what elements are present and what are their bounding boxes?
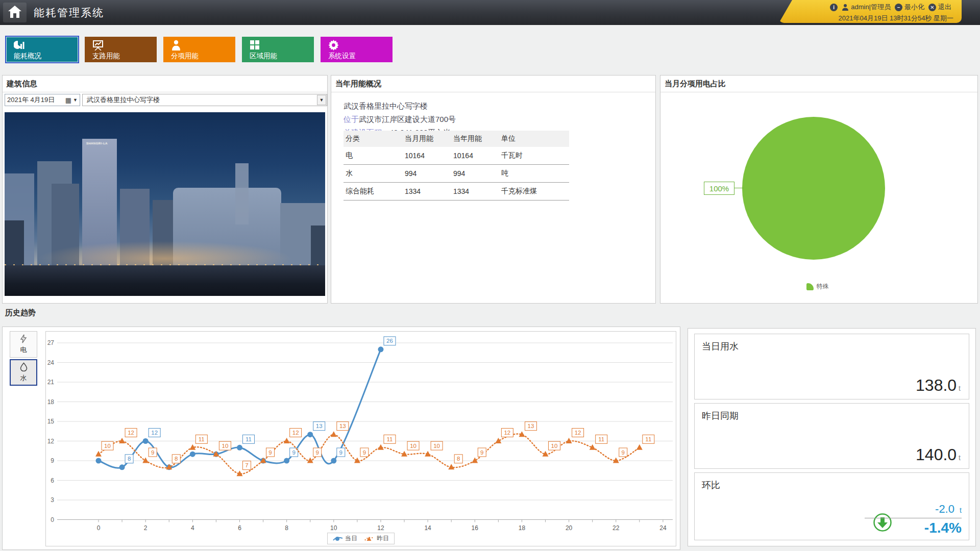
ratio-delta-value: -2.0 t — [865, 503, 962, 518]
building-info-panel: 建筑信息 2021年 4月19日 ▦ ▼ 武汉香格里拉中心写字楼 ▼ SHANG… — [2, 75, 328, 304]
svg-text:11: 11 — [645, 436, 651, 442]
svg-text:13: 13 — [339, 423, 346, 429]
yesterday-line-icon — [364, 536, 375, 542]
annual-energy-panel: 当年用能概况 武汉香格里拉中心写字楼 位于武汉市江岸区建设大道700号 总建设面… — [331, 75, 656, 304]
svg-text:12: 12 — [504, 430, 510, 436]
svg-text:10: 10 — [410, 443, 416, 449]
trend-chart-svg: 0369121518212427024681012141618202224812… — [46, 332, 676, 546]
toggle-electric[interactable]: 电 — [10, 331, 37, 358]
gear-icon — [328, 39, 393, 51]
tab-label: 区域用能 — [250, 52, 314, 61]
svg-text:4: 4 — [191, 524, 194, 532]
water-drop-icon — [20, 362, 28, 373]
svg-text:6: 6 — [51, 477, 54, 484]
table-row: 电10164 10164千瓦时 — [344, 147, 569, 165]
svg-text:10: 10 — [104, 443, 111, 449]
system-badge: i admin|管理员 – 最小化 ✕ 退出 2021年04月19日 13时31… — [779, 0, 962, 23]
yesterday-water-value: 140.0t — [916, 445, 961, 464]
svg-text:10: 10 — [551, 443, 558, 449]
building-select[interactable]: 武汉香格里拉中心写字楼 ▼ — [82, 94, 327, 106]
lightning-icon — [20, 334, 27, 345]
tab-system-settings[interactable]: 系统设置 — [321, 37, 393, 62]
svg-text:12: 12 — [151, 430, 158, 436]
svg-text:11: 11 — [246, 436, 252, 442]
tab-label: 能耗概况 — [14, 52, 78, 61]
svg-text:9: 9 — [268, 449, 272, 456]
chevron-down-icon: ▼ — [73, 97, 78, 103]
svg-text:18: 18 — [47, 398, 55, 406]
presentation-chart-icon — [92, 39, 157, 51]
logout-button[interactable]: ✕ 退出 — [928, 3, 951, 12]
table-header-row: 分类 当月用能 当年用能 单位 — [344, 131, 569, 147]
svg-text:21: 21 — [47, 379, 55, 386]
yesterday-water-card: 昨日同期 140.0t — [694, 403, 969, 469]
main-tabs: 能耗概况 支路用能 分项用能 区域用能 系统设置 — [6, 37, 393, 62]
user-label: admin|管理员 — [851, 3, 891, 12]
annual-energy-title: 当年用能概况 — [331, 76, 655, 92]
building-photo: SHANGRI-LA — [5, 112, 325, 296]
pie-panel-title: 当月分项用电占比 — [660, 76, 977, 92]
monthly-category-pie-panel: 当月分项用电占比 100% 特殊 — [660, 75, 978, 304]
calendar-icon: ▦ — [65, 96, 71, 104]
toggle-water[interactable]: 水 — [10, 359, 37, 386]
svg-text:9: 9 — [51, 457, 54, 464]
tab-energy-overview[interactable]: 能耗概况 — [6, 37, 78, 62]
dashboard: 能耗管理系统 i admin|管理员 – 最小化 ✕ 退出 — [0, 0, 980, 551]
svg-text:26: 26 — [386, 338, 393, 344]
svg-text:10: 10 — [330, 524, 337, 532]
svg-text:11: 11 — [598, 436, 604, 442]
minimize-icon: – — [895, 4, 902, 11]
history-trend-panel: 电 水 036912151821242702468101214161820222… — [2, 327, 680, 550]
info-icon[interactable]: i — [830, 4, 838, 11]
select-dropdown-button[interactable]: ▼ — [317, 95, 326, 105]
user-info: admin|管理员 — [842, 3, 891, 12]
svg-text:9: 9 — [316, 449, 319, 456]
minimize-button[interactable]: – 最小化 — [895, 3, 924, 12]
pie-chart — [742, 117, 885, 260]
svg-text:9: 9 — [363, 449, 366, 456]
chart-legend: 当日 昨日 — [327, 533, 395, 544]
svg-text:13: 13 — [316, 423, 323, 429]
svg-text:6: 6 — [238, 524, 241, 532]
building-name: 武汉香格里拉中心写字楼 — [344, 99, 655, 113]
toggle-water-label: 水 — [20, 373, 27, 383]
date-value: 2021年 4月19日 — [7, 95, 65, 105]
tab-label: 分项用能 — [171, 52, 235, 61]
svg-text:12: 12 — [47, 438, 55, 445]
table-row: 综合能耗1334 1334千克标准煤 — [344, 183, 569, 201]
svg-text:10: 10 — [433, 443, 440, 449]
legend-item-yesterday[interactable]: 昨日 — [364, 534, 389, 543]
card-title: 昨日同期 — [702, 410, 739, 422]
svg-text:15: 15 — [47, 418, 55, 425]
history-trend-title: 历史趋势 — [5, 308, 36, 318]
svg-text:9: 9 — [622, 449, 625, 456]
pie-legend-label: 特殊 — [817, 282, 829, 291]
svg-text:8: 8 — [457, 456, 460, 462]
svg-text:14: 14 — [424, 524, 431, 532]
svg-text:8: 8 — [128, 456, 131, 462]
date-picker[interactable]: 2021年 4月19日 ▦ ▼ — [5, 94, 80, 106]
svg-text:0: 0 — [51, 516, 54, 523]
building-location: 位于武汉市江岸区建设大道700号 — [344, 113, 655, 126]
svg-text:9: 9 — [339, 449, 342, 456]
pie-legend-item[interactable]: 特殊 — [806, 282, 829, 291]
energy-table: 分类 当月用能 当年用能 单位 电10164 10164千瓦时 水994 994… — [344, 131, 569, 201]
tab-category-energy[interactable]: 分项用能 — [163, 37, 235, 62]
svg-text:10: 10 — [222, 443, 229, 449]
pie-legend-icon — [806, 283, 814, 290]
legend-item-today[interactable]: 当日 — [333, 534, 357, 543]
svg-text:3: 3 — [51, 496, 54, 504]
app-title: 能耗管理系统 — [34, 0, 104, 25]
home-button[interactable] — [3, 3, 27, 22]
tab-area-energy[interactable]: 区域用能 — [242, 37, 314, 62]
ratio-card: 环比 -2.0 t -1.4% — [694, 472, 969, 540]
pie-percent-label: 100% — [704, 182, 734, 195]
person-icon — [171, 39, 235, 51]
svg-text:2: 2 — [144, 524, 148, 532]
water-stats-panel: 当日用水 138.0t 昨日同期 140.0t 环比 -2.0 t -1.4% — [688, 328, 976, 546]
svg-text:11: 11 — [386, 436, 393, 442]
svg-text:0: 0 — [97, 524, 101, 532]
user-icon — [842, 4, 849, 11]
tab-branch-energy[interactable]: 支路用能 — [85, 37, 157, 62]
svg-text:9: 9 — [151, 449, 154, 456]
